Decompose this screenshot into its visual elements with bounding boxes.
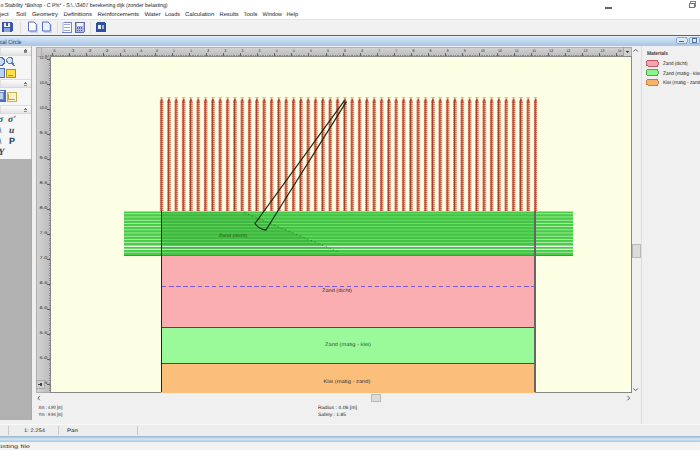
svg-text:7: 7 [395, 49, 397, 53]
svg-text:-3: -3 [71, 49, 75, 53]
svg-text:Zand (dicht): Zand (dicht) [219, 233, 248, 238]
svg-text:5: 5 [310, 49, 312, 53]
svg-text:Radius : 4.06 [m]: Radius : 4.06 [m] [318, 405, 357, 411]
svg-text:u: u [9, 126, 14, 136]
svg-text:11.0: 11.0 [40, 56, 48, 60]
svg-text:Loads: Loads [165, 11, 180, 18]
svg-text:6: 6 [344, 49, 346, 53]
svg-text:6.5: 6.5 [40, 281, 48, 285]
svg-text:8.0: 8.0 [40, 206, 48, 210]
svg-text:Klei (matig - zand): Klei (matig - zand) [324, 379, 371, 385]
svg-text:11: 11 [515, 49, 519, 53]
svg-text:12: 12 [566, 49, 570, 53]
svg-text:11: 11 [532, 49, 536, 53]
svg-text:Pan: Pan [67, 428, 78, 434]
svg-text:9: 9 [464, 49, 466, 53]
svg-text:Soil: Soil [16, 11, 26, 18]
svg-text:1: 1 [190, 49, 192, 53]
svg-text:Zand (dicht): Zand (dicht) [663, 61, 688, 67]
svg-text:P: P [9, 136, 15, 146]
svg-text:-1: -1 [139, 49, 143, 53]
svg-text:xisting file: xisting file [0, 444, 30, 450]
svg-text:Klei (matig - zand): Klei (matig - zand) [663, 80, 700, 86]
svg-text:7: 7 [378, 49, 380, 53]
svg-text:5.0: 5.0 [40, 356, 48, 360]
svg-text:13: 13 [584, 49, 588, 53]
svg-text:4: 4 [293, 49, 295, 53]
svg-text:8: 8 [413, 49, 415, 53]
svg-text:Help: Help [287, 11, 299, 18]
svg-text:Window: Window [263, 11, 283, 18]
svg-text:10.5: 10.5 [40, 81, 48, 85]
svg-text:1: 2.254: 1: 2.254 [24, 428, 45, 434]
svg-text:0: 0 [156, 49, 158, 53]
svg-text:13: 13 [601, 49, 605, 53]
svg-text:12: 12 [549, 49, 553, 53]
svg-text:8: 8 [430, 49, 432, 53]
svg-text:10.0: 10.0 [40, 106, 48, 110]
svg-text:9.0: 9.0 [40, 156, 48, 160]
svg-text:10: 10 [498, 49, 502, 53]
svg-text:9.5: 9.5 [40, 131, 48, 135]
svg-text:Zand (matig - klei): Zand (matig - klei) [663, 71, 700, 77]
svg-text:5: 5 [327, 49, 329, 53]
svg-text:8.5: 8.5 [40, 181, 48, 185]
svg-text:Tools: Tools [244, 11, 258, 18]
svg-text:6.0: 6.0 [40, 306, 48, 310]
svg-text:Geometry: Geometry [32, 12, 58, 18]
svg-text:cal Circle: cal Circle [0, 39, 22, 46]
svg-text:7.0: 7.0 [40, 256, 48, 260]
svg-text:Water: Water [145, 12, 161, 18]
svg-text:-2: -2 [105, 49, 109, 53]
svg-text:10: 10 [481, 49, 485, 53]
svg-text:Results: Results [220, 11, 239, 18]
svg-text:6: 6 [361, 49, 363, 53]
svg-text:Xm : 4.90 [m]: Xm : 4.90 [m] [39, 405, 63, 411]
svg-text:Zand (dicht): Zand (dicht) [322, 288, 352, 294]
svg-text:Calculation: Calculation [185, 11, 214, 18]
svg-text:7.5: 7.5 [40, 231, 48, 235]
svg-text:1: 1 [173, 49, 175, 53]
svg-text:Definitions: Definitions [64, 11, 93, 18]
svg-text:14: 14 [618, 49, 622, 53]
svg-text:Zand (matig - klei): Zand (matig - klei) [325, 342, 371, 348]
svg-text:2: 2 [224, 49, 226, 53]
svg-text:Safety : 1.85: Safety : 1.85 [318, 412, 346, 418]
svg-text:λ: λ [0, 125, 2, 135]
svg-text:Reinforcements: Reinforcements [98, 11, 140, 18]
svg-text:4: 4 [276, 49, 278, 53]
svg-text:o Stability *Bishop - C Phi* -: o Stability *Bishop - C Phi* - S:\..\340… [1, 2, 168, 9]
svg-text:3: 3 [259, 49, 261, 53]
svg-text:σ': σ' [8, 115, 16, 125]
svg-text:-1: -1 [122, 49, 126, 53]
svg-text:ject: ject [0, 11, 9, 18]
svg-text:λ: λ [0, 136, 2, 146]
svg-text:3: 3 [242, 49, 244, 53]
svg-text:Materials: Materials [647, 50, 668, 57]
svg-text:5.5: 5.5 [40, 331, 48, 335]
svg-text:2: 2 [207, 49, 209, 53]
svg-text:0: 0 [53, 49, 55, 53]
svg-text:-2: -2 [88, 49, 92, 53]
svg-text:Ym : 9.94 [m]: Ym : 9.94 [m] [39, 412, 63, 418]
svg-text:9: 9 [447, 49, 449, 53]
